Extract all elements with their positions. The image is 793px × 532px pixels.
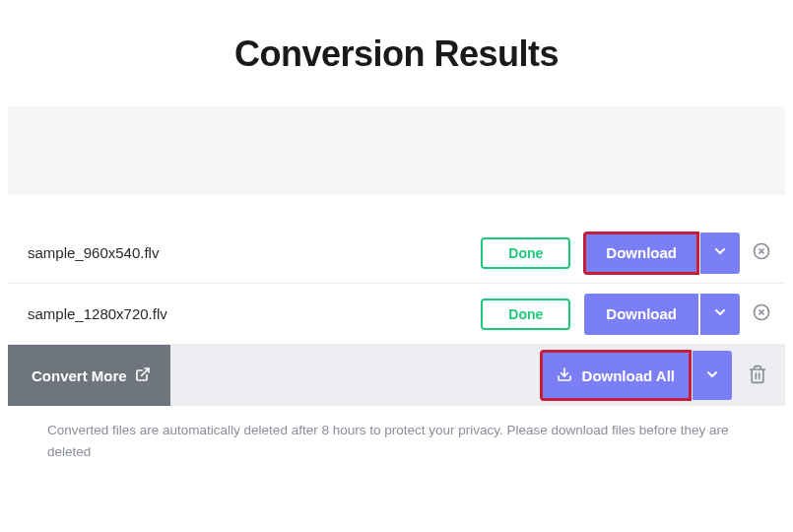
file-row: sample_1280x720.flv Done Download: [8, 284, 785, 345]
ad-banner-placeholder: [8, 106, 785, 195]
page-title: Conversion Results: [0, 33, 793, 75]
svg-line-6: [141, 368, 148, 375]
download-all-label: Download All: [582, 367, 675, 384]
file-name: sample_960x540.flv: [28, 244, 481, 261]
remove-file-button[interactable]: [744, 233, 779, 274]
download-options-dropdown[interactable]: [700, 233, 740, 274]
convert-more-label: Convert More: [32, 367, 127, 384]
retention-notice: Converted files are automatically delete…: [47, 420, 785, 462]
download-all-button[interactable]: Download All: [541, 351, 691, 400]
status-badge: Done: [481, 299, 570, 330]
chevron-down-icon: [704, 366, 720, 385]
chevron-down-icon: [712, 243, 728, 262]
close-circle-icon: [752, 302, 771, 325]
results-panel: sample_960x540.flv Done Download sample_…: [8, 223, 785, 406]
download-button[interactable]: Download: [584, 294, 698, 335]
delete-all-button[interactable]: [736, 351, 779, 400]
remove-file-button[interactable]: [744, 294, 779, 335]
download-button[interactable]: Download: [584, 233, 698, 274]
download-icon: [557, 366, 572, 385]
close-circle-icon: [752, 241, 771, 264]
footer-bar: Convert More Download All: [8, 345, 785, 406]
chevron-down-icon: [712, 304, 728, 323]
convert-more-button[interactable]: Convert More: [8, 345, 170, 406]
trash-icon: [748, 365, 767, 387]
external-link-icon: [135, 366, 151, 385]
file-row: sample_960x540.flv Done Download: [8, 223, 785, 284]
file-name: sample_1280x720.flv: [28, 305, 481, 322]
download-options-dropdown[interactable]: [700, 294, 740, 335]
download-all-options-dropdown[interactable]: [693, 351, 732, 400]
status-badge: Done: [481, 237, 570, 269]
